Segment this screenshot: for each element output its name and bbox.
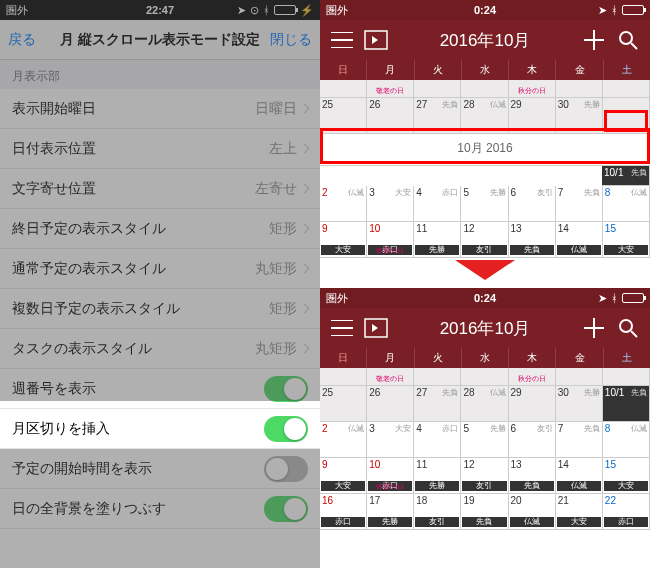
cal-cell[interactable]: 18友引 — [414, 494, 461, 530]
cal-cell[interactable]: 2仏滅 — [320, 422, 367, 458]
toggle-starttime[interactable] — [264, 456, 308, 482]
cal-cell[interactable]: 10赤口体育の日 — [367, 458, 414, 494]
add-icon[interactable] — [582, 316, 606, 340]
cal-cell[interactable]: 3大安 — [367, 422, 414, 458]
cal-cell[interactable]: 3大安 — [367, 186, 414, 222]
menu-icon[interactable] — [330, 316, 354, 340]
cal-cell[interactable]: 2仏滅 — [320, 186, 367, 222]
row-date-position[interactable]: 日付表示位置左上 — [0, 129, 320, 169]
calendar-no-divider: 圏外 0:24 ➤ᚼ 2016年10月 日月火水木金土 敬老の日秋分の日 25 — [320, 288, 650, 568]
cal-cell[interactable]: 8仏滅 — [603, 422, 650, 458]
row-text-align[interactable]: 文字寄せ位置左寄せ — [0, 169, 320, 209]
cal-cell[interactable]: 29 — [509, 386, 556, 422]
cal-cell[interactable]: 27先負 — [414, 98, 461, 134]
cal-cell[interactable]: 13先負 — [509, 458, 556, 494]
cal-cell[interactable]: 28仏滅 — [461, 98, 508, 134]
cal-cell[interactable]: 11先勝 — [414, 222, 461, 258]
status-icons: ➤ᚼ — [598, 292, 644, 305]
cal-cell[interactable]: 25 — [320, 98, 367, 134]
cal-cell[interactable]: 5先勝 — [461, 186, 508, 222]
cal-cell[interactable]: 26 — [367, 98, 414, 134]
cal-cell[interactable]: 10赤口体育の日 — [367, 222, 414, 258]
cal-cell[interactable]: 5先勝 — [461, 422, 508, 458]
status-icons: ➤ ⊙ ᚼ ⚡ — [237, 4, 314, 17]
search-icon[interactable] — [616, 28, 640, 52]
cal-cell[interactable]: 30先勝 — [556, 386, 603, 422]
cal-cell[interactable]: 14仏滅 — [556, 458, 603, 494]
weekday-row: 日月火水木金土 — [320, 348, 650, 368]
back-button[interactable]: 戻る — [8, 31, 36, 49]
toggle-weeknum[interactable] — [264, 376, 308, 402]
row-task-style[interactable]: タスクの表示スタイル丸矩形 — [0, 329, 320, 369]
alarm-icon: ⊙ — [250, 4, 259, 17]
svg-point-3 — [620, 320, 632, 332]
settings-panel: 圏外 22:47 ➤ ⊙ ᚼ ⚡ 戻る 月 縦スクロール表示モード設定 閉じる … — [0, 0, 320, 568]
chevron-right-icon — [300, 104, 310, 114]
nav-title: 月 縦スクロール表示モード設定 — [60, 31, 260, 49]
close-button[interactable]: 閉じる — [270, 31, 312, 49]
cal-cell[interactable]: 22赤口 — [603, 494, 650, 530]
cal-cell[interactable]: 7先負 — [556, 186, 603, 222]
toggle-month-divider[interactable] — [264, 416, 308, 442]
status-bar-top: 圏外 0:24 ➤ᚼ — [320, 0, 650, 20]
calendar-grid-top: 敬老の日秋分の日 25 26 27先負 28仏滅 29 30先勝 10月 201… — [320, 80, 650, 258]
weekday-row: 日月火水木金土 — [320, 60, 650, 80]
cal-cell[interactable]: 9大安 — [320, 222, 367, 258]
today-icon[interactable] — [364, 316, 388, 340]
today-icon[interactable] — [364, 28, 388, 52]
cal-cell[interactable]: 6友引 — [509, 422, 556, 458]
cal-cell[interactable]: 21大安 — [556, 494, 603, 530]
row-multi-style[interactable]: 複数日予定の表示スタイル矩形 — [0, 289, 320, 329]
cal-cell[interactable]: 9大安 — [320, 458, 367, 494]
cal-cell[interactable]: 25 — [320, 386, 367, 422]
row-allday-style[interactable]: 終日予定の表示スタイル矩形 — [0, 209, 320, 249]
cal-cell[interactable]: 14仏滅 — [556, 222, 603, 258]
cal-cell[interactable]: 4赤口 — [414, 186, 461, 222]
cal-cell[interactable]: 6友引 — [509, 186, 556, 222]
cal-cell[interactable]: 28仏滅 — [461, 386, 508, 422]
row-start-weekday[interactable]: 表示開始曜日日曜日 — [0, 89, 320, 129]
calendar-header: 2016年10月 — [320, 20, 650, 60]
cal-cell[interactable]: 16赤口 — [320, 494, 367, 530]
charging-icon: ⚡ — [300, 4, 314, 17]
cal-cell[interactable]: 26 — [367, 386, 414, 422]
cal-cell[interactable]: 12友引 — [461, 458, 508, 494]
month-divider: 10月 2016 — [320, 134, 650, 166]
calendar-title[interactable]: 2016年10月 — [440, 29, 531, 52]
cal-cell[interactable]: 15大安 — [603, 458, 650, 494]
row-normal-style[interactable]: 通常予定の表示スタイル丸矩形 — [0, 249, 320, 289]
cal-cell[interactable]: 7先負 — [556, 422, 603, 458]
add-icon[interactable] — [582, 28, 606, 52]
chevron-right-icon — [300, 224, 310, 234]
cal-cell[interactable]: 11先勝 — [414, 458, 461, 494]
battery-icon — [622, 5, 644, 15]
section-header: 月表示部 — [0, 60, 320, 89]
cal-cell[interactable]: 8仏滅 — [603, 186, 650, 222]
cal-cell[interactable]: 20仏滅 — [509, 494, 556, 530]
cal-cell[interactable]: 17先勝 — [367, 494, 414, 530]
cal-cell[interactable]: 4赤口 — [414, 422, 461, 458]
cal-cell[interactable]: 27先負 — [414, 386, 461, 422]
clock: 0:24 — [474, 292, 496, 304]
cal-cell[interactable]: 12友引 — [461, 222, 508, 258]
menu-icon[interactable] — [330, 28, 354, 52]
cal-cell[interactable] — [603, 98, 650, 134]
location-icon: ➤ — [598, 4, 607, 17]
search-icon[interactable] — [616, 316, 640, 340]
calendar-with-divider: 圏外 0:24 ➤ᚼ 2016年10月 日月火水木金土 敬老の日秋分の日 25 — [320, 0, 650, 268]
cal-cell[interactable]: 30先勝 — [556, 98, 603, 134]
nav-bar: 戻る 月 縦スクロール表示モード設定 閉じる — [0, 20, 320, 60]
toggle-fillbg[interactable] — [264, 496, 308, 522]
cal-cell[interactable]: 29 — [509, 98, 556, 134]
chevron-right-icon — [300, 184, 310, 194]
bluetooth-icon: ᚼ — [611, 4, 618, 16]
calendar-title[interactable]: 2016年10月 — [440, 317, 531, 340]
cal-cell[interactable]: 10/1先負 — [602, 166, 650, 186]
clock: 0:24 — [474, 4, 496, 16]
cal-cell[interactable]: 15大安 — [603, 222, 650, 258]
cal-cell[interactable]: 10/1先負 — [603, 386, 650, 422]
cal-cell[interactable]: 19先負 — [461, 494, 508, 530]
cal-cell[interactable]: 13先負 — [509, 222, 556, 258]
location-icon: ➤ — [237, 4, 246, 17]
chevron-right-icon — [300, 304, 310, 314]
